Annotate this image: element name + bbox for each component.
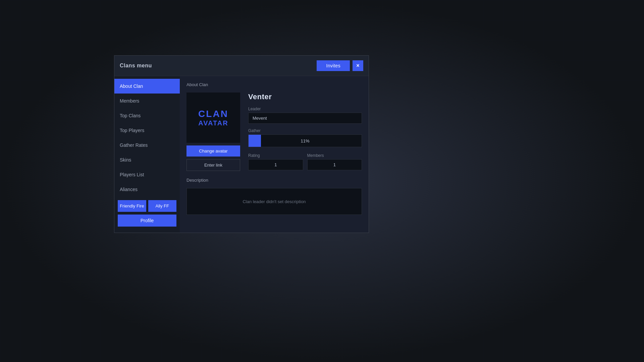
profile-button[interactable]: Profile — [118, 215, 176, 227]
clan-avatar: CLAN AVATAR — [186, 93, 240, 143]
clan-name: Venter — [248, 93, 362, 101]
description-label: Description — [186, 178, 362, 183]
clan-avatar-line1: CLAN — [198, 109, 228, 119]
clans-menu-modal: Clans menu Invites × About Clan Members … — [114, 55, 369, 233]
change-avatar-button[interactable]: Change avatar — [186, 145, 240, 157]
modal-title: Clans menu — [120, 63, 152, 69]
description-section: Description Clan leader didn't set descr… — [186, 178, 362, 215]
modal-header: Clans menu Invites × — [114, 56, 369, 76]
leader-field: Leader Mevent — [248, 107, 362, 124]
members-value: 1 — [307, 159, 362, 170]
sidebar-item-players-list[interactable]: Players List — [114, 167, 180, 182]
clan-info-row: CLAN AVATAR Change avatar Enter link Ven… — [186, 93, 362, 171]
members-block: Members 1 — [307, 153, 362, 170]
friendly-fire-button[interactable]: Friendly Fire — [118, 200, 146, 212]
modal-header-actions: Invites × — [317, 60, 363, 71]
sidebar-item-top-players[interactable]: Top Players — [114, 123, 180, 138]
rating-value: 1 — [248, 159, 303, 170]
sidebar-buttons: Friendly Fire Ally FF Profile — [114, 197, 180, 230]
description-box: Clan leader didn't set description — [186, 188, 362, 215]
members-label: Members — [307, 153, 362, 158]
sidebar-item-skins[interactable]: Skins — [114, 153, 180, 167]
modal-body: About Clan Members Top Clans Top Players… — [114, 76, 369, 233]
enter-link-button[interactable]: Enter link — [186, 159, 240, 171]
rating-block: Rating 1 — [248, 153, 303, 170]
clan-details: Venter Leader Mevent Gather 11% — [248, 93, 362, 171]
sidebar: About Clan Members Top Clans Top Players… — [114, 76, 180, 233]
stats-row: Rating 1 Members 1 — [248, 153, 362, 170]
clan-avatar-line2: AVATAR — [198, 119, 228, 127]
main-content: About Clan CLAN AVATAR Change avatar Ent… — [180, 76, 369, 233]
leader-value: Mevent — [248, 113, 362, 124]
leader-label: Leader — [248, 107, 362, 111]
gather-bar-text: 11% — [249, 138, 362, 143]
sidebar-item-gather-rates[interactable]: Gather Rates — [114, 138, 180, 153]
sidebar-item-about-clan[interactable]: About Clan — [114, 79, 180, 94]
sidebar-item-members[interactable]: Members — [114, 94, 180, 108]
rating-label: Rating — [248, 153, 303, 158]
sidebar-item-aliances[interactable]: Aliances — [114, 182, 180, 197]
avatar-section: CLAN AVATAR Change avatar Enter link — [186, 93, 240, 171]
gather-field: Gather 11% — [248, 128, 362, 147]
sidebar-btn-row: Friendly Fire Ally FF — [118, 200, 176, 212]
gather-bar: 11% — [248, 134, 362, 147]
sidebar-item-top-clans[interactable]: Top Clans — [114, 108, 180, 123]
about-clan-section-title: About Clan — [186, 82, 362, 87]
close-button[interactable]: × — [353, 60, 363, 71]
description-empty-text: Clan leader didn't set description — [243, 199, 306, 204]
gather-label: Gather — [248, 128, 362, 133]
ally-ff-button[interactable]: Ally FF — [148, 200, 177, 212]
invites-button[interactable]: Invites — [317, 60, 350, 71]
